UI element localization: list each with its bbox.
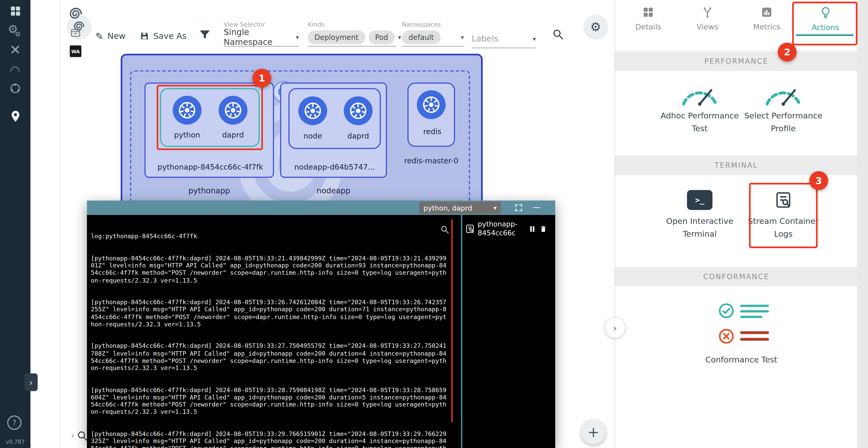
tab-details[interactable]: Details (621, 0, 676, 41)
deployment-label-pythonapp: pythonapp (145, 186, 274, 195)
help-icon[interactable]: ? (7, 415, 22, 430)
settings-button[interactable]: ⚙ (584, 15, 607, 38)
gauge-icon (763, 81, 804, 107)
pass-line-1 (740, 305, 769, 307)
dapr-logo-icon[interactable] (69, 6, 83, 21)
log-scrollbar[interactable] (451, 219, 453, 422)
annotation-badge-2: 2 (778, 42, 797, 61)
terminal-expand-icon[interactable] (514, 203, 523, 212)
plus-icon: + (587, 424, 599, 441)
pod-nodeapp[interactable]: node daprd (288, 88, 381, 149)
log-line: [pythonapp-8454cc66c-4f7fk:daprd] 2024-0… (91, 342, 449, 372)
namespaces-select[interactable]: Namespaces default ▾ (402, 21, 464, 47)
terminal-pod-name: pythonapp- 8454cc66c (478, 220, 525, 238)
chevron-down-icon: ▾ (296, 33, 299, 41)
strip-expand-chevron-icon[interactable]: › (71, 430, 74, 441)
annotation-badge-1: 1 (252, 69, 271, 87)
container-label: node (294, 131, 332, 140)
deployment-nodeapp[interactable]: node daprd nodeapp-d64b5747... (280, 83, 387, 178)
labels-select[interactable]: Labels ▾ (472, 30, 536, 48)
container-label: daprd (339, 131, 377, 140)
kinds-select[interactable]: Kinds Deployment Pod ▾ (308, 21, 396, 47)
kubernetes-wheel-icon (421, 94, 442, 115)
tools-icon[interactable] (10, 44, 20, 55)
kind-chip-pod[interactable]: Pod (368, 30, 395, 44)
terminal-prompt-icon: >_ (695, 196, 705, 204)
gear-icon: ⚙ (590, 20, 601, 33)
log-line: [pythonapp-8454cc66c-4f7fk:daprd] 2024-0… (91, 386, 449, 416)
adhoc-performance-action[interactable] (679, 81, 721, 109)
namespaces-label: Namespaces (402, 21, 464, 28)
chevron-down-icon: ▾ (533, 35, 536, 42)
chevron-right-icon: › (613, 323, 617, 333)
tab-metrics[interactable]: Metrics (739, 0, 794, 41)
view-selector[interactable]: View Selector Single Namespace ▾ (224, 21, 299, 47)
container-label: redis (409, 127, 456, 136)
mesh-icon[interactable] (9, 82, 22, 95)
terminal-window: python, daprd ▾ — log:pythonapp-8454cc66… (87, 201, 555, 448)
select-performance-action[interactable] (763, 81, 804, 109)
chevron-down-icon: ▾ (461, 33, 464, 41)
location-pin-icon[interactable] (9, 109, 22, 123)
log-line: [pythonapp-8454cc66c-4f7fk:daprd] 2024-0… (91, 255, 449, 284)
deployment-label-nodeapp: nodeapp (280, 186, 387, 195)
terminal-divider[interactable] (461, 215, 462, 448)
pass-line-3 (740, 316, 763, 318)
views-branch-icon (702, 6, 714, 18)
annotation-rect-2 (792, 2, 858, 46)
new-button[interactable]: ✎ New (95, 29, 125, 43)
conformance-test-action[interactable]: Conformance Test (675, 354, 808, 366)
terminal-body: log:pythonapp-8454cc66c-4f7fk [pythonapp… (87, 215, 555, 448)
pod-redis[interactable]: redis (407, 83, 455, 147)
log-header-line: log:pythonapp-8454cc66c-4f7fk (91, 233, 449, 240)
tab-views[interactable]: Views (680, 0, 735, 41)
annotation-badge-3: 3 (809, 171, 828, 190)
right-panel: Details Views Metrics Actions 2 PERFORMA… (615, 0, 857, 448)
save-as-button[interactable]: Save As (140, 29, 186, 43)
section-performance: PERFORMANCE (615, 51, 858, 71)
log-line: [pythonapp-8454cc66c-4f7fk:daprd] 2024-0… (91, 299, 449, 328)
kind-chip-deployment[interactable]: Deployment (308, 30, 365, 44)
floppy-icon (140, 31, 149, 41)
select-performance-label: Select PerformanceProfile (742, 110, 825, 135)
search-icon[interactable] (552, 28, 564, 40)
metrics-bars-icon (761, 6, 773, 18)
chevron-right-icon: › (29, 377, 33, 387)
wa-app-icon[interactable]: WA (70, 46, 82, 57)
chevron-down-icon: ▾ (494, 204, 497, 211)
log-area[interactable]: log:pythonapp-8454cc66c-4f7fk [pythonapp… (87, 215, 461, 448)
app-root: ⚙⚙ › ? v0.787 WA › ✎ New Save As View Se… (0, 0, 868, 448)
settings-gears-icon[interactable]: ⚙⚙ (8, 23, 24, 36)
container-redis-icon[interactable] (417, 90, 445, 119)
add-fab-button[interactable]: + (581, 420, 606, 444)
apps-grid-icon[interactable] (9, 5, 22, 17)
open-terminal-action[interactable]: >_ (687, 190, 713, 210)
performance-curve-icon[interactable] (9, 62, 21, 74)
right-gutter[interactable] (857, 0, 868, 448)
kubernetes-wheel-icon (347, 100, 369, 121)
log-line: [pythonapp-8454cc66c-4f7fk:daprd] 2024-0… (91, 430, 449, 448)
terminal-minimize-icon[interactable]: — (532, 202, 541, 212)
chevron-down-icon: ▾ (398, 33, 401, 41)
annotation-rect-3 (749, 183, 818, 248)
namespace-chip-default[interactable]: default (402, 30, 440, 44)
terminal-header[interactable]: python, daprd ▾ — (87, 201, 555, 215)
kubernetes-wheel-icon (302, 100, 323, 121)
pod-name-label-redis: redis-master-0 (391, 156, 472, 165)
version-label: v0.787 (0, 439, 31, 445)
trash-icon[interactable] (539, 225, 548, 233)
container-daprd-icon[interactable] (344, 96, 372, 125)
terminal-container-selector[interactable]: python, daprd ▾ (419, 202, 501, 214)
panel-collapse-handle[interactable]: › (605, 318, 625, 338)
filter-funnel-icon[interactable] (198, 28, 212, 41)
log-search-icon[interactable] (440, 225, 450, 234)
terminal-pod-row[interactable]: pythonapp- 8454cc66c (463, 216, 554, 242)
container-node-icon[interactable] (298, 96, 327, 125)
adhoc-performance-label: Adhoc PerformanceTest (658, 110, 741, 135)
sidebar-expand-button[interactable]: › (24, 374, 37, 391)
labels-placeholder: Labels (472, 34, 499, 44)
pause-icon[interactable] (528, 225, 536, 233)
deployment-pythonapp[interactable]: python daprd pythonapp-8454cc66c-4f7fk (145, 83, 274, 178)
fail-line-1 (740, 331, 769, 334)
archive-box-icon[interactable] (70, 27, 82, 38)
